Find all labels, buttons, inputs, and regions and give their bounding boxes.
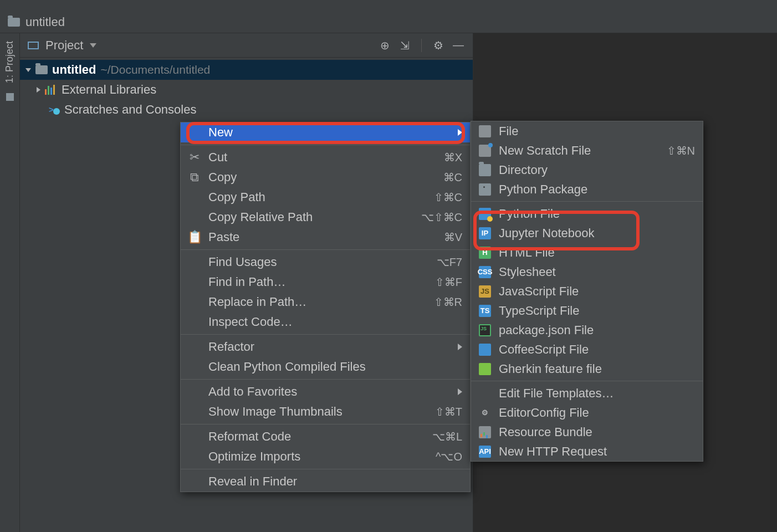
- menu-shortcut: ⇧⌘F: [435, 275, 462, 289]
- menu-item-copy-path[interactable]: Copy Path⇧⌘C: [181, 187, 470, 207]
- menu-separator: [471, 201, 703, 202]
- submenu-item-new-scratch-file[interactable]: New Scratch File⇧⌘N: [471, 141, 703, 160]
- tree-scratches[interactable]: >_ Scratches and Consoles: [20, 100, 473, 120]
- menu-separator: [181, 249, 470, 250]
- menu-label: Show Image Thumbnails: [208, 405, 427, 419]
- panel-header: Project ⊕ ⇲ ⚙ —: [20, 33, 473, 58]
- submenu-label: Stylesheet: [499, 265, 695, 279]
- menu-item-reveal-in-finder[interactable]: Reveal in Finder: [181, 472, 470, 492]
- tree-root-path: ~/Documents/untitled: [100, 63, 210, 76]
- libraries-icon: [45, 85, 57, 95]
- locate-icon[interactable]: ⊕: [378, 39, 391, 52]
- menu-item-cut[interactable]: ✂Cut⌘X: [181, 147, 470, 167]
- new-submenu[interactable]: FileNew Scratch File⇧⌘NDirectoryPython P…: [471, 121, 703, 462]
- submenu-item-edit-file-templates[interactable]: Edit File Templates…: [471, 383, 703, 403]
- submenu-label: CoffeeScript File: [499, 342, 695, 357]
- submenu-item-jupyter-notebook[interactable]: IPJupyter Notebook: [471, 223, 703, 243]
- submenu-item-javascript-file[interactable]: JSJavaScript File: [471, 282, 703, 301]
- chevron-down-icon[interactable]: [90, 43, 96, 48]
- menu-icon: ⧉: [188, 170, 201, 185]
- menu-label: Clean Python Compiled Files: [208, 360, 462, 374]
- menu-shortcut: ⌥⇧⌘C: [421, 211, 462, 224]
- gear-icon[interactable]: ⚙: [432, 39, 445, 52]
- submenu-label: Python File: [499, 207, 695, 221]
- menu-shortcut: ⇧⌘R: [434, 295, 462, 309]
- api-icon: API: [479, 446, 491, 458]
- project-tree[interactable]: untitled ~/Documents/untitled External L…: [20, 58, 473, 122]
- menu-item-refactor[interactable]: Refactor: [181, 337, 470, 357]
- blank-icon: [479, 387, 491, 400]
- hide-panel-icon[interactable]: —: [452, 39, 465, 52]
- tool-window-stripe[interactable]: 1: Project: [0, 33, 20, 532]
- folder-icon: [35, 65, 48, 74]
- js-icon: JS: [479, 285, 491, 298]
- scratches-icon: >_: [48, 105, 60, 115]
- submenu-arrow-icon: [458, 388, 462, 395]
- collapse-all-icon[interactable]: ⇲: [398, 39, 411, 52]
- menu-label: Replace in Path…: [208, 295, 426, 309]
- submenu-item-file[interactable]: File: [471, 121, 703, 141]
- submenu-shortcut: ⇧⌘N: [667, 144, 695, 157]
- menu-item-new[interactable]: New: [181, 122, 470, 142]
- menu-item-inspect-code[interactable]: Inspect Code…: [181, 312, 470, 332]
- menu-label: Copy Path: [208, 190, 426, 204]
- coffee-icon: [479, 344, 491, 356]
- submenu-item-stylesheet[interactable]: CSSStylesheet: [471, 262, 703, 282]
- menu-item-copy-relative-path[interactable]: Copy Relative Path⌥⇧⌘C: [181, 207, 470, 227]
- menu-item-copy[interactable]: ⧉Copy⌘C: [181, 167, 470, 187]
- menu-icon: ✂: [188, 150, 201, 165]
- menu-label: Paste: [208, 230, 436, 244]
- menu-label: Add to Favorites: [208, 385, 450, 399]
- menu-label: Cut: [208, 150, 436, 165]
- jup-icon: IP: [479, 227, 491, 239]
- menu-item-find-usages[interactable]: Find Usages⌥F7: [181, 252, 470, 272]
- submenu-label: HTML File: [499, 245, 695, 260]
- menu-item-add-to-favorites[interactable]: Add to Favorites: [181, 382, 470, 402]
- py-icon: [479, 208, 491, 220]
- submenu-item-python-file[interactable]: Python File: [471, 204, 703, 223]
- submenu-item-new-http-request[interactable]: APINew HTTP Request: [471, 442, 703, 461]
- panel-title[interactable]: Project: [45, 38, 83, 53]
- menu-item-paste[interactable]: 📋Paste⌘V: [181, 227, 470, 247]
- menu-shortcut: ⌘C: [443, 171, 462, 184]
- submenu-item-typescript-file[interactable]: TSTypeScript File: [471, 301, 703, 320]
- breadcrumb: untitled: [0, 11, 777, 33]
- tree-item-label: External Libraries: [62, 83, 156, 97]
- tree-root[interactable]: untitled ~/Documents/untitled: [20, 60, 473, 80]
- menu-label: Optimize Imports: [208, 449, 428, 464]
- menu-item-clean-python-compiled-files[interactable]: Clean Python Compiled Files: [181, 357, 470, 377]
- project-view-icon: [28, 42, 39, 49]
- submenu-item-gherkin-feature-file[interactable]: Gherkin feature file: [471, 359, 703, 378]
- tree-external-libs[interactable]: External Libraries: [20, 80, 473, 100]
- editorcfg-icon: ⚙: [479, 407, 491, 419]
- tree-root-name: untitled: [52, 63, 96, 77]
- resource-icon: [479, 426, 491, 438]
- submenu-label: TypeScript File: [499, 304, 695, 318]
- project-tool-tab[interactable]: 1: Project: [4, 41, 16, 83]
- menu-separator: [181, 379, 470, 380]
- dir-icon: [479, 164, 491, 176]
- menu-item-show-image-thumbnails[interactable]: Show Image Thumbnails⇧⌘T: [181, 402, 470, 422]
- submenu-item-editorconfig-file[interactable]: ⚙EditorConfig File: [471, 403, 703, 422]
- menu-item-optimize-imports[interactable]: Optimize Imports^⌥O: [181, 447, 470, 467]
- menu-shortcut: ⌥F7: [437, 255, 462, 269]
- submenu-item-html-file[interactable]: HHTML File: [471, 243, 703, 262]
- file-icon: [479, 125, 491, 137]
- breadcrumb-project: untitled: [25, 15, 65, 29]
- submenu-item-coffeescript-file[interactable]: CoffeeScript File: [471, 340, 703, 359]
- html-icon: H: [479, 247, 491, 259]
- menu-item-reformat-code[interactable]: Reformat Code⌥⌘L: [181, 427, 470, 447]
- submenu-item-directory[interactable]: Directory: [471, 160, 703, 180]
- tool-icon[interactable]: [6, 93, 14, 101]
- submenu-item-resource-bundle[interactable]: Resource Bundle: [471, 422, 703, 442]
- expand-arrow-icon[interactable]: [25, 68, 31, 72]
- menu-label: Copy Relative Path: [208, 210, 413, 224]
- context-menu[interactable]: New✂Cut⌘X⧉Copy⌘CCopy Path⇧⌘CCopy Relativ…: [180, 122, 471, 492]
- submenu-item-python-package[interactable]: Python Package: [471, 180, 703, 199]
- window-titlebar: [0, 0, 777, 11]
- submenu-label: Directory: [499, 163, 695, 177]
- menu-item-replace-in-path[interactable]: Replace in Path…⇧⌘R: [181, 292, 470, 312]
- submenu-item-package-json-file[interactable]: package.json File: [471, 320, 703, 340]
- expand-arrow-icon[interactable]: [37, 87, 40, 93]
- menu-item-find-in-path[interactable]: Find in Path…⇧⌘F: [181, 272, 470, 292]
